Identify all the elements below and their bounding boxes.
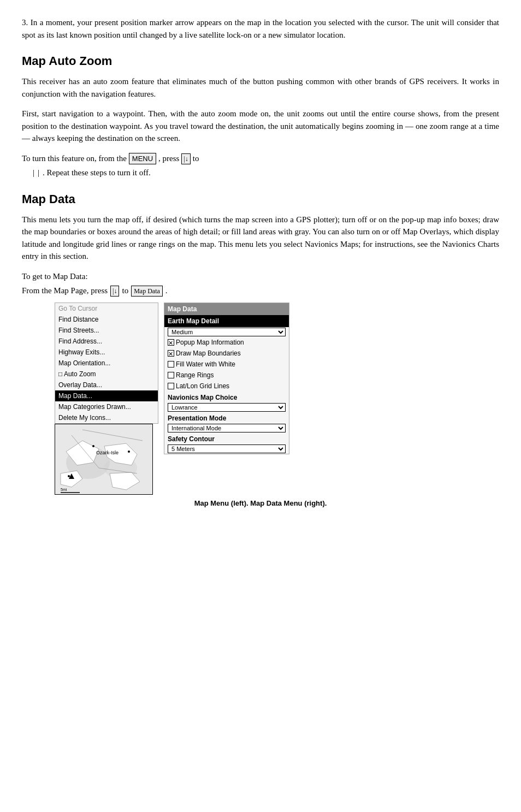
menu-item-find-streets[interactable]: Find Streets... bbox=[55, 325, 158, 336]
earth-map-detail-select[interactable]: Medium Low High bbox=[168, 328, 286, 336]
menu-item-go-to-cursor[interactable]: Go To Cursor bbox=[55, 303, 158, 314]
menus-caption: Map Menu (left). Map Data Menu (right). bbox=[22, 498, 499, 509]
menu-item-auto-zoom[interactable]: □ Auto Zoom bbox=[55, 369, 158, 380]
safety-contour-select[interactable]: 5 Meters 10 Meters 20 Meters bbox=[168, 444, 286, 453]
autozoom-mid: , press bbox=[158, 152, 179, 165]
section1-para2: First, start navigation to a waypoint. T… bbox=[22, 108, 499, 145]
draw-map-boundaries-label: Draw Map Boundaries bbox=[176, 348, 241, 358]
draw-map-boundaries-checkbox[interactable] bbox=[168, 350, 174, 357]
autozoom-to: to bbox=[193, 152, 199, 165]
map-preview-image: Ozark-Isle 5mi bbox=[55, 424, 153, 495]
lat-lon-row[interactable]: Lat/Lon Grid Lines bbox=[164, 381, 289, 392]
autozoom-instruction: To turn this feature on, from the MENU ,… bbox=[22, 152, 499, 165]
lat-lon-label: Lat/Lon Grid Lines bbox=[176, 381, 229, 391]
presentation-mode-label: Presentation Mode bbox=[164, 412, 289, 423]
navionics-select-row[interactable]: Lowrance Navionics bbox=[164, 402, 289, 412]
menu-item-map-categories[interactable]: Map Categories Drawn... bbox=[55, 401, 158, 412]
menu-item-find-address[interactable]: Find Address... bbox=[55, 336, 158, 347]
arrow-key: |↓ bbox=[181, 153, 190, 164]
section1-heading: Map Auto Zoom bbox=[22, 52, 499, 70]
intro-paragraph: 3. In a moment, your present position ma… bbox=[22, 16, 499, 41]
left-menu-wrapper: Go To Cursor Find Distance Find Streets.… bbox=[55, 303, 158, 495]
menu-item-find-distance[interactable]: Find Distance bbox=[55, 314, 158, 325]
svg-point-16 bbox=[128, 451, 130, 453]
fill-water-checkbox[interactable] bbox=[168, 361, 174, 368]
left-menu: Go To Cursor Find Distance Find Streets.… bbox=[55, 303, 158, 424]
autozoom-instruction2: | | . Repeat these steps to turn it off. bbox=[22, 167, 499, 179]
menu-item-highway-exits[interactable]: Highway Exits... bbox=[55, 347, 158, 358]
menu-item-delete-icons[interactable]: Delete My Icons... bbox=[55, 412, 158, 423]
menus-container: Go To Cursor Find Distance Find Streets.… bbox=[55, 303, 499, 495]
svg-text:5mi: 5mi bbox=[61, 488, 67, 491]
international-mode-select[interactable]: International Mode US Mode bbox=[168, 424, 286, 432]
navionics-select[interactable]: Lowrance Navionics bbox=[168, 403, 286, 412]
navionics-label: Navionics Map Choice bbox=[164, 392, 289, 402]
svg-text:Ozark-Isle: Ozark-Isle bbox=[96, 450, 119, 455]
range-rings-row[interactable]: Range Rings bbox=[164, 370, 289, 381]
menu-item-map-data[interactable]: Map Data... bbox=[55, 390, 158, 401]
range-rings-label: Range Rings bbox=[176, 370, 214, 380]
right-menu-title: Map Data bbox=[164, 303, 289, 315]
svg-point-15 bbox=[92, 445, 94, 447]
safety-contour-row[interactable]: 5 Meters 10 Meters 20 Meters bbox=[164, 444, 289, 454]
range-rings-checkbox[interactable] bbox=[168, 372, 174, 378]
menu-item-overlay-data[interactable]: Overlay Data... bbox=[55, 380, 158, 390]
autozoom-prefix: To turn this feature on, from the bbox=[22, 152, 127, 165]
section2-para1: This menu lets you turn the map off, if … bbox=[22, 214, 499, 263]
svg-point-14 bbox=[68, 475, 70, 477]
draw-map-boundaries-row[interactable]: Draw Map Boundaries bbox=[164, 348, 289, 359]
earth-map-detail-label: Earth Map Detail bbox=[164, 315, 289, 327]
fill-water-label: Fill Water with White bbox=[176, 359, 235, 369]
popup-map-info-row[interactable]: Popup Map Information bbox=[164, 337, 289, 348]
mapdata-instruction1: To get to Map Data: bbox=[22, 270, 499, 283]
arrow-key2: |↓ bbox=[110, 286, 119, 297]
international-mode-row[interactable]: International Mode US Mode bbox=[164, 423, 289, 433]
mapdata-instruction2: From the Map Page, press |↓ to Map Data … bbox=[22, 285, 499, 297]
menu-key: MENU bbox=[129, 153, 156, 165]
menu-item-map-orientation[interactable]: Map Orientation... bbox=[55, 358, 158, 369]
earth-map-detail-row[interactable]: Medium Low High bbox=[164, 327, 289, 337]
section2-heading: Map Data bbox=[22, 190, 499, 208]
popup-map-info-label: Popup Map Information bbox=[176, 337, 244, 347]
safety-contour-label: Safety Contour bbox=[164, 433, 289, 444]
section1-para1: This receiver has an auto zoom feature t… bbox=[22, 75, 499, 100]
popup-map-info-checkbox[interactable] bbox=[168, 339, 174, 346]
lat-lon-checkbox[interactable] bbox=[168, 383, 174, 389]
right-menu: Map Data Earth Map Detail Medium Low Hig… bbox=[164, 303, 289, 454]
fill-water-row[interactable]: Fill Water with White bbox=[164, 359, 289, 370]
